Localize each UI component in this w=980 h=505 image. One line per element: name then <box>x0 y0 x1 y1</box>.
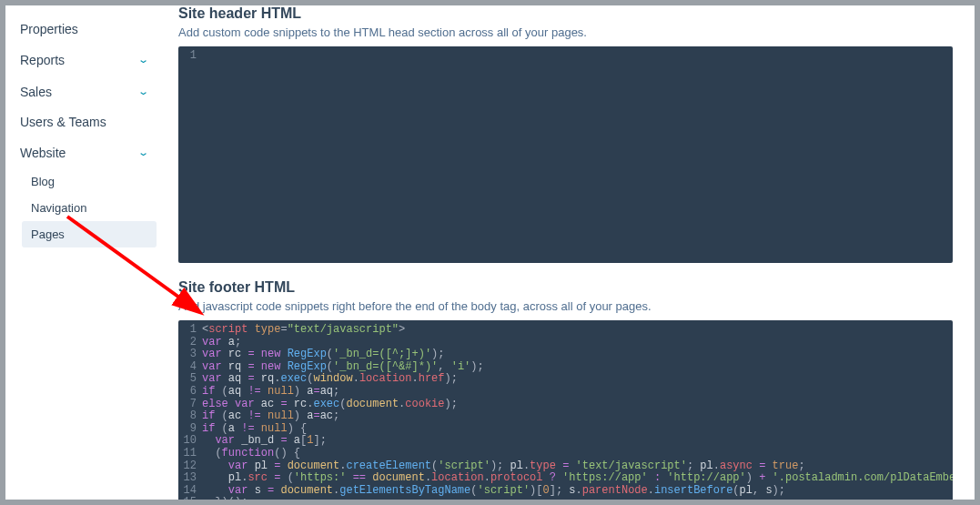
sidebar-item-label: Users & Teams <box>20 115 106 129</box>
sidebar-item-label: Website <box>20 146 66 160</box>
sidebar-item-label: Navigation <box>31 201 86 215</box>
sidebar-item-label: Reports <box>20 53 65 67</box>
sidebar-item-label: Blog <box>31 175 55 188</box>
main-content: Site header HTML Add custom code snippet… <box>160 5 975 500</box>
sidebar-item-pages[interactable]: Pages <box>22 221 157 247</box>
footer-section-desc: Add javascript code snippets right befor… <box>178 299 953 313</box>
sidebar-item-sales[interactable]: Sales ⌄ <box>11 76 160 107</box>
editor-body[interactable] <box>202 46 953 263</box>
header-section-title: Site header HTML <box>178 5 953 22</box>
sidebar-item-label: Pages <box>31 227 65 241</box>
footer-html-editor[interactable]: 123456789101112131415 <script type="text… <box>178 320 953 500</box>
chevron-down-icon: ⌄ <box>137 54 149 66</box>
sidebar-item-users-teams[interactable]: Users & Teams <box>11 107 160 136</box>
sidebar-subitems-website: Blog Navigation Pages <box>11 168 160 247</box>
sidebar-item-website[interactable]: Website ⌄ <box>11 136 160 168</box>
sidebar-item-label: Sales <box>20 85 52 99</box>
chevron-down-icon: ⌄ <box>137 86 149 97</box>
sidebar-item-navigation[interactable]: Navigation <box>22 195 160 221</box>
sidebar-item-label: Properties <box>20 22 78 36</box>
chevron-down-icon: ⌄ <box>137 146 149 158</box>
sidebar-item-blog[interactable]: Blog <box>22 168 160 195</box>
sidebar-item-reports[interactable]: Reports ⌄ <box>11 44 160 76</box>
footer-section-title: Site footer HTML <box>178 279 953 296</box>
editor-gutter: 123456789101112131415 <box>178 320 202 500</box>
editor-body[interactable]: <script type="text/javascript">var a;var… <box>202 320 953 500</box>
header-html-editor[interactable]: 1 <box>178 46 953 263</box>
sidebar-item-properties[interactable]: Properties <box>11 15 160 44</box>
editor-gutter: 1 <box>178 46 202 263</box>
sidebar: Properties Reports ⌄ Sales ⌄ Users & Tea… <box>5 5 160 500</box>
header-section-desc: Add custom code snippets to the HTML hea… <box>178 25 953 39</box>
